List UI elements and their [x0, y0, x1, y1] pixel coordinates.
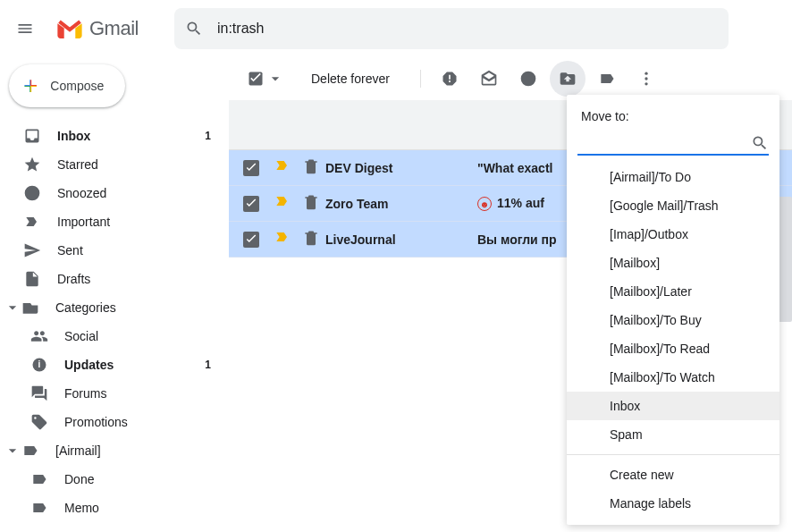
search-icon: [751, 134, 769, 152]
sidebar-item-done[interactable]: Done: [0, 465, 229, 494]
updates-icon: i: [30, 356, 48, 374]
svg-point-3: [645, 72, 647, 75]
report-spam-button[interactable]: [432, 61, 468, 97]
sidebar-item-social[interactable]: Social: [0, 322, 229, 350]
row-checkbox[interactable]: [243, 160, 259, 176]
row-checkbox[interactable]: [243, 196, 259, 212]
scrollbar[interactable]: [778, 197, 792, 322]
important-marker-icon[interactable]: [274, 192, 291, 215]
row-sender: Zoro Team: [325, 197, 477, 211]
sidebar-group-airmail[interactable]: [Airmail]: [0, 436, 229, 465]
snooze-button[interactable]: [510, 61, 546, 97]
popup-option[interactable]: [Mailbox]/To Buy: [567, 306, 779, 334]
drafts-icon: [23, 270, 41, 288]
mark-read-button[interactable]: [471, 61, 507, 97]
svg-point-5: [645, 82, 647, 85]
inbox-icon: [23, 127, 41, 145]
important-icon: [23, 213, 41, 231]
popup-option[interactable]: [Mailbox]/To Watch: [567, 363, 779, 392]
logo-text: Gmail: [89, 17, 139, 40]
more-button[interactable]: [628, 61, 664, 97]
labels-button[interactable]: [589, 61, 625, 97]
sidebar-item-promotions[interactable]: Promotions: [0, 408, 229, 436]
caret-down-icon: [4, 442, 21, 460]
move-to-button[interactable]: [550, 61, 586, 97]
popup-option[interactable]: [Imap]/Outbox: [567, 220, 779, 249]
menu-icon[interactable]: [14, 18, 36, 39]
svg-point-4: [645, 77, 647, 80]
move-to-popup: Move to: [Airmail]/To Do[Google Mail]/Tr…: [567, 95, 779, 525]
label-icon: [30, 499, 48, 517]
popup-option[interactable]: Inbox: [567, 392, 779, 420]
sidebar: + Compose Inbox 1 Starred Snoozed Import…: [0, 57, 229, 532]
popup-option[interactable]: [Mailbox]/Later: [567, 277, 779, 306]
row-sender: DEV Digest: [325, 161, 477, 175]
row-checkbox[interactable]: [243, 232, 259, 248]
important-marker-icon[interactable]: [274, 228, 291, 250]
popup-manage-labels[interactable]: Manage labels: [567, 489, 779, 518]
sidebar-item-snoozed[interactable]: Snoozed: [0, 179, 229, 207]
search-input[interactable]: [217, 21, 718, 37]
search-icon: [185, 20, 203, 38]
sidebar-item-sent[interactable]: Sent: [0, 236, 229, 265]
categories-icon: [21, 299, 39, 317]
sidebar-item-forums[interactable]: Forums: [0, 379, 229, 408]
forums-icon: [30, 384, 48, 402]
sidebar-item-memo[interactable]: Memo: [0, 494, 229, 522]
sidebar-item-drafts[interactable]: Drafts: [0, 265, 229, 293]
popup-option[interactable]: Spam: [567, 420, 779, 449]
popup-search[interactable]: [577, 132, 769, 156]
chevron-down-icon: [266, 70, 284, 88]
important-marker-icon[interactable]: [274, 156, 291, 179]
popup-option[interactable]: [Airmail]/To Do: [567, 163, 779, 191]
social-icon: [30, 327, 48, 345]
sidebar-item-updates[interactable]: i Updates 1: [0, 350, 229, 379]
label-icon: [30, 470, 48, 488]
clock-icon: [23, 184, 41, 202]
popup-title: Move to:: [567, 106, 779, 132]
trash-icon: [302, 229, 320, 249]
sidebar-item-starred[interactable]: Starred: [0, 150, 229, 179]
delete-forever-button[interactable]: Delete forever: [300, 72, 400, 86]
sidebar-item-important[interactable]: Important: [0, 207, 229, 236]
search-bar[interactable]: [174, 8, 729, 49]
separator: [420, 70, 421, 88]
select-all-checkbox[interactable]: [243, 66, 288, 91]
popup-search-input[interactable]: [577, 136, 751, 150]
popup-option[interactable]: [Google Mail]/Trash: [567, 191, 779, 220]
plus-icon: +: [23, 73, 38, 98]
popup-create-new[interactable]: Create new: [567, 460, 779, 489]
compose-button[interactable]: + Compose: [9, 64, 125, 107]
popup-option[interactable]: [Mailbox]: [567, 249, 779, 277]
sidebar-group-categories[interactable]: Categories: [0, 293, 229, 322]
toolbar: Delete forever: [229, 57, 792, 100]
star-icon: [23, 156, 41, 173]
sidebar-item-inbox[interactable]: Inbox 1: [0, 122, 229, 150]
main: Delete forever DEV Digest "What exactl Z…: [229, 57, 792, 532]
promotions-icon: [30, 413, 48, 431]
row-sender: LiveJournal: [325, 232, 477, 247]
gmail-logo[interactable]: Gmail: [57, 17, 139, 40]
popup-option[interactable]: [Mailbox]/To Read: [567, 334, 779, 363]
svg-text:i: i: [38, 359, 41, 369]
label-icon: [21, 442, 39, 460]
badge-icon: ☻: [477, 197, 492, 211]
caret-down-icon: [4, 299, 21, 317]
trash-icon: [302, 193, 320, 214]
compose-label: Compose: [50, 79, 104, 93]
trash-icon: [302, 157, 320, 178]
sent-icon: [23, 241, 41, 259]
